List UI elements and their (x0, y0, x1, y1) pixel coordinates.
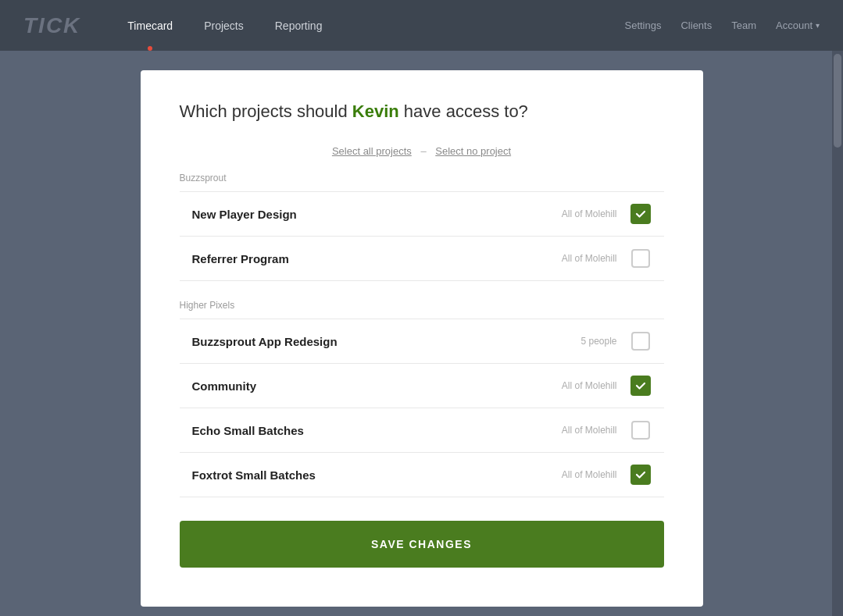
navbar: TICK Timecard Projects Reporting Setting… (0, 0, 843, 51)
client-name-higher-pixels: Higher Pixels (180, 300, 664, 314)
logo: TICK (23, 13, 80, 38)
project-row: New Player Design All of Molehill (180, 191, 664, 236)
project-meta: 5 people (580, 336, 616, 347)
nav-timecard[interactable]: Timecard (112, 0, 188, 51)
project-checkbox[interactable] (630, 203, 652, 225)
checkbox-checked-icon[interactable] (630, 376, 651, 396)
project-checkbox[interactable] (630, 419, 652, 441)
nav-reporting[interactable]: Reporting (259, 0, 338, 51)
checkbox-checked-icon[interactable] (630, 465, 651, 485)
project-checkbox[interactable] (630, 330, 652, 352)
select-all-link[interactable]: Select all projects (332, 145, 412, 157)
project-meta: All of Molehill (562, 380, 617, 391)
project-meta: All of Molehill (562, 425, 617, 436)
main-card: Which projects should Kevin have access … (141, 70, 703, 607)
checkbox-unchecked-icon[interactable] (631, 332, 650, 351)
project-meta: All of Molehill (562, 469, 617, 480)
client-name-buzzsprout: Buzzsprout (180, 173, 664, 187)
save-changes-button[interactable]: SAVE CHANGES (180, 521, 664, 568)
nav-team[interactable]: Team (731, 20, 756, 31)
project-checkbox[interactable] (630, 375, 652, 397)
scrollbar-track[interactable] (832, 51, 843, 616)
project-checkbox[interactable] (630, 464, 652, 486)
project-name: Community (192, 379, 562, 393)
checkbox-checked-icon[interactable] (630, 204, 651, 224)
separator: – (420, 145, 426, 157)
project-row: Referrer Program All of Molehill (180, 236, 664, 281)
page-title: Which projects should Kevin have access … (180, 101, 664, 122)
nav-settings[interactable]: Settings (624, 20, 661, 31)
project-name: Referrer Program (192, 252, 562, 265)
nav-links: Timecard Projects Reporting (112, 0, 338, 51)
project-row: Buzzsprout App Redesign 5 people (180, 319, 664, 363)
project-row: Echo Small Batches All of Molehill (180, 408, 664, 452)
scrollbar-thumb[interactable] (834, 54, 841, 148)
client-group-buzzsprout: Buzzsprout New Player Design All of Mole… (180, 173, 664, 281)
nav-right: Settings Clients Team Account ▾ (624, 20, 820, 31)
project-name: New Player Design (192, 208, 562, 221)
project-name: Foxtrot Small Batches (192, 468, 562, 482)
chevron-down-icon: ▾ (816, 21, 820, 30)
project-name: Buzzsprout App Redesign (192, 335, 581, 348)
project-name: Echo Small Batches (192, 424, 562, 437)
select-links-row: Select all projects – Select no project (180, 145, 664, 157)
checkbox-unchecked-icon[interactable] (631, 249, 650, 268)
project-meta: All of Molehill (562, 208, 617, 219)
project-row: Foxtrot Small Batches All of Molehill (180, 452, 664, 497)
project-meta: All of Molehill (562, 253, 617, 264)
page-background: Which projects should Kevin have access … (0, 51, 843, 616)
nav-account[interactable]: Account ▾ (776, 20, 820, 31)
project-row: Community All of Molehill (180, 363, 664, 408)
select-none-link[interactable]: Select no project (435, 145, 511, 157)
checkbox-unchecked-icon[interactable] (631, 421, 650, 440)
nav-clients[interactable]: Clients (680, 20, 712, 31)
nav-projects[interactable]: Projects (188, 0, 259, 51)
project-checkbox[interactable] (630, 247, 652, 269)
client-group-higher-pixels: Higher Pixels Buzzsprout App Redesign 5 … (180, 300, 664, 497)
